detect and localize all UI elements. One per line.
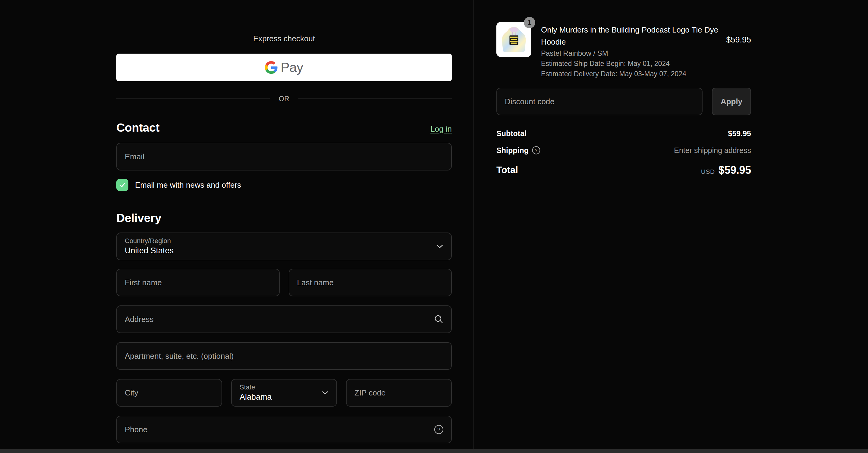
delivery-date: Estimated Delivery Date: May 03-May 07, … bbox=[541, 70, 734, 78]
newsletter-label: Email me with news and offers bbox=[135, 181, 241, 190]
svg-text:?: ? bbox=[437, 427, 440, 432]
state-select-texts: State Alabama bbox=[240, 383, 272, 402]
quantity-badge: 1 bbox=[524, 17, 535, 28]
phone-input[interactable] bbox=[116, 416, 452, 443]
contact-heading: Contact bbox=[116, 121, 159, 135]
column-divider bbox=[473, 0, 474, 449]
last-name-input[interactable] bbox=[289, 269, 452, 296]
google-pay-icon: Pay bbox=[265, 60, 303, 75]
divider-line bbox=[299, 98, 452, 99]
state-select-value: Alabama bbox=[240, 392, 272, 402]
chevron-down-icon bbox=[322, 391, 329, 395]
hoodie-image bbox=[498, 24, 530, 55]
total-amount-group: USD $59.95 bbox=[701, 164, 751, 176]
order-summary-pane: 1 Only Murders in the Building Podcast L… bbox=[496, 22, 751, 176]
apartment-field-wrap bbox=[116, 342, 452, 370]
zip-input[interactable] bbox=[346, 379, 452, 407]
login-link[interactable]: Log in bbox=[430, 124, 452, 134]
address-input[interactable] bbox=[116, 305, 452, 333]
phone-field-wrap: ? bbox=[116, 416, 452, 443]
shipping-label-group: Shipping ? bbox=[496, 146, 541, 155]
product-thumbnail-wrap: 1 bbox=[496, 22, 531, 78]
bottom-scrollbar-track bbox=[0, 449, 868, 453]
total-label: Total bbox=[496, 165, 518, 175]
country-select-texts: Country/Region United States bbox=[125, 237, 174, 256]
email-input[interactable] bbox=[116, 143, 452, 170]
subtotal-label: Subtotal bbox=[496, 129, 527, 138]
shipping-label: Shipping bbox=[496, 146, 529, 155]
help-icon[interactable]: ? bbox=[434, 424, 444, 434]
google-pay-wordmark: Pay bbox=[281, 60, 303, 75]
total-value: $59.95 bbox=[718, 164, 751, 176]
apartment-input[interactable] bbox=[116, 342, 452, 370]
search-icon bbox=[434, 314, 444, 324]
discount-code-input[interactable] bbox=[496, 88, 703, 116]
delivery-heading: Delivery bbox=[116, 211, 452, 225]
or-divider: OR bbox=[116, 94, 452, 104]
first-name-input[interactable] bbox=[116, 269, 280, 296]
or-label: OR bbox=[279, 95, 290, 103]
help-icon[interactable]: ? bbox=[532, 146, 541, 155]
total-row: Total USD $59.95 bbox=[496, 164, 751, 176]
country-select-value: United States bbox=[125, 246, 174, 256]
checkout-form: Express checkout Pay OR Co bbox=[116, 0, 452, 443]
state-select-label: State bbox=[240, 383, 272, 391]
contact-header-row: Contact Log in bbox=[116, 121, 452, 135]
express-checkout-label: Express checkout bbox=[116, 34, 452, 43]
state-select[interactable]: State Alabama bbox=[231, 379, 337, 407]
shipping-row: Shipping ? Enter shipping address bbox=[496, 146, 751, 155]
newsletter-option[interactable]: Email me with news and offers bbox=[116, 179, 452, 191]
cart-item: 1 Only Murders in the Building Podcast L… bbox=[496, 22, 751, 78]
apply-button[interactable]: Apply bbox=[712, 88, 751, 116]
city-state-zip-row: State Alabama bbox=[116, 379, 452, 407]
chevron-down-icon bbox=[436, 244, 443, 249]
checkout-form-pane: Express checkout Pay OR Co bbox=[0, 0, 473, 449]
svg-text:?: ? bbox=[535, 148, 537, 153]
name-row bbox=[116, 269, 452, 296]
discount-row: Apply bbox=[496, 88, 751, 116]
subtotal-row: Subtotal $59.95 bbox=[496, 129, 751, 138]
checkout-page: Express checkout Pay OR Co bbox=[0, 0, 868, 453]
product-title: Only Murders in the Building Podcast Log… bbox=[541, 24, 734, 48]
subtotal-value: $59.95 bbox=[728, 129, 751, 138]
city-input[interactable] bbox=[116, 379, 222, 407]
country-select[interactable]: Country/Region United States bbox=[116, 232, 452, 260]
google-pay-button[interactable]: Pay bbox=[116, 54, 452, 81]
divider-line bbox=[116, 98, 270, 99]
checkmark-icon bbox=[119, 181, 126, 189]
totals-section: Subtotal $59.95 Shipping ? Enter shippin… bbox=[496, 129, 751, 176]
product-info: Only Murders in the Building Podcast Log… bbox=[541, 22, 734, 78]
item-price: $59.95 bbox=[726, 35, 751, 44]
ship-date: Estimated Ship Date Begin: May 01, 2024 bbox=[541, 59, 734, 68]
address-field-wrap bbox=[116, 305, 452, 333]
newsletter-checkbox[interactable] bbox=[116, 179, 128, 191]
shipping-value: Enter shipping address bbox=[674, 146, 751, 155]
currency-code: USD bbox=[701, 168, 715, 175]
country-select-label: Country/Region bbox=[125, 237, 174, 245]
product-variant: Pastel Rainbow / SM bbox=[541, 49, 734, 58]
